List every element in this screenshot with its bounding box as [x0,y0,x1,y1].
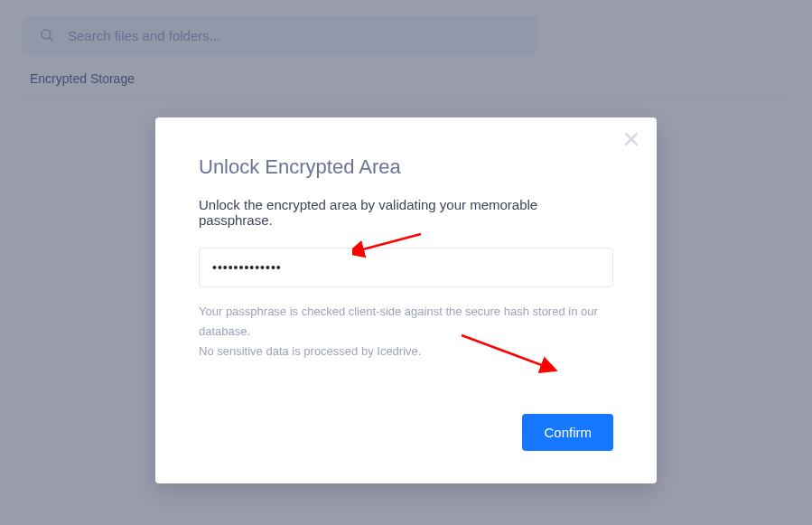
help-text: Your passphrase is checked client-side a… [199,302,613,361]
close-icon[interactable] [622,130,640,148]
passphrase-input[interactable] [212,260,600,275]
modal-overlay: Unlock Encrypted Area Unlock the encrypt… [0,0,812,525]
modal-footer: Confirm [199,414,613,451]
help-line-1: Your passphrase is checked client-side a… [199,302,613,342]
unlock-modal: Unlock Encrypted Area Unlock the encrypt… [155,117,657,483]
help-line-2: No sensitive data is processed by Icedri… [199,342,613,361]
modal-title: Unlock Encrypted Area [199,155,613,179]
modal-description: Unlock the encrypted area by validating … [199,197,613,228]
confirm-button[interactable]: Confirm [522,414,613,451]
passphrase-input-wrap[interactable] [199,248,613,287]
